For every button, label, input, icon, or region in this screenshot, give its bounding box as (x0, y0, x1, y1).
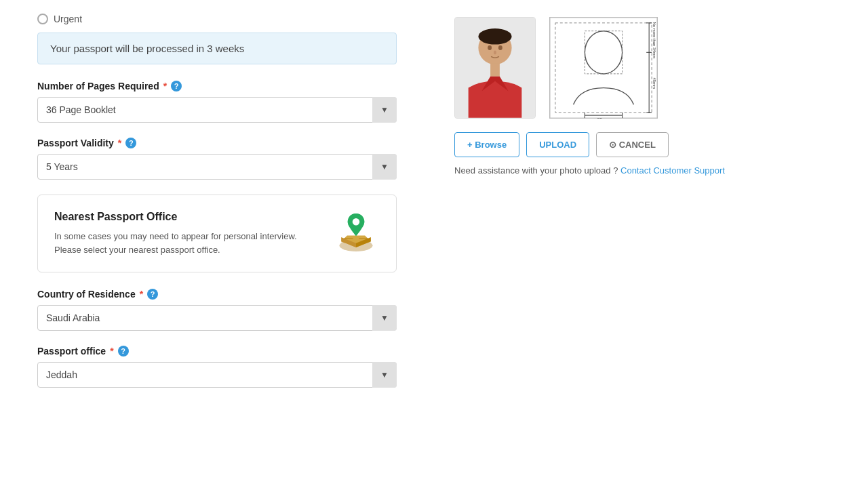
validity-label: Passport Validity* ? (37, 138, 397, 148)
passport-office-help-icon[interactable]: ? (118, 346, 129, 357)
svg-rect-15 (550, 18, 657, 118)
validity-required-star: * (118, 138, 121, 148)
pages-select[interactable]: 20 Page Booklet 36 Page Booklet 48 Page … (37, 97, 397, 123)
photo-area: No more than 34mm 45mm 35mm (454, 14, 848, 119)
upload-button[interactable]: UPLOAD (526, 132, 589, 157)
processing-info-box: Your passport will be processed in 3 wee… (37, 33, 397, 64)
passport-office-text-area: Nearest Passport Office In some cases yo… (54, 211, 319, 256)
assistance-text-label: Need assistance with your photo upload ? (454, 165, 618, 176)
validity-field-group: Passport Validity* ? 5 Years 10 Years ▼ (37, 138, 397, 180)
urgent-radio-row[interactable]: Urgent (37, 14, 397, 24)
passport-office-title: Nearest Passport Office (54, 211, 319, 223)
pages-help-icon[interactable]: ? (171, 81, 182, 92)
processing-message: Your passport will be processed in 3 wee… (50, 43, 244, 54)
svg-point-11 (488, 45, 492, 50)
svg-point-5 (353, 218, 360, 226)
passport-office-select[interactable]: Jeddah Riyadh Mecca (37, 362, 397, 388)
upload-buttons-row: + Browse UPLOAD ⊙ CANCEL (454, 132, 848, 157)
country-select-wrapper: Saudi Arabia United States United Kingdo… (37, 305, 397, 331)
passport-office-field-group: Passport office* ? Jeddah Riyadh Mecca ▼ (37, 346, 397, 388)
svg-point-12 (498, 45, 502, 50)
passport-office-description: In some cases you may need to appear for… (54, 230, 319, 256)
person-photo-svg (455, 18, 535, 118)
svg-rect-14 (490, 63, 500, 77)
country-help-icon[interactable]: ? (147, 289, 158, 300)
nearest-passport-office-card: Nearest Passport Office In some cases yo… (37, 195, 397, 272)
urgent-label: Urgent (54, 14, 82, 24)
cancel-button[interactable]: ⊙ CANCEL (596, 132, 669, 157)
country-label: Country of Residence* ? (37, 289, 397, 300)
passport-office-label: Passport office* ? (37, 346, 397, 357)
photo-guide-diagram: No more than 34mm 45mm 35mm (549, 17, 658, 119)
assistance-row: Need assistance with your photo upload ?… (454, 165, 848, 176)
map-pin-icon (332, 209, 380, 256)
pages-required-star: * (163, 81, 167, 92)
urgent-radio[interactable] (37, 14, 48, 24)
svg-text:35mm: 35mm (597, 117, 610, 119)
country-required-star: * (140, 289, 143, 300)
passport-office-required-star: * (110, 346, 113, 357)
validity-select-wrapper: 5 Years 10 Years ▼ (37, 154, 397, 180)
map-icon-container (332, 209, 380, 258)
pages-label: Number of Pages Required* ? (37, 81, 397, 92)
photo-guide-svg: No more than 34mm 45mm 35mm (550, 17, 657, 119)
svg-text:No more than 34mm: No more than 34mm (652, 22, 656, 59)
country-select[interactable]: Saudi Arabia United States United Kingdo… (37, 305, 397, 331)
svg-point-13 (494, 50, 496, 54)
contact-support-link[interactable]: Contact Customer Support (620, 165, 725, 176)
validity-select[interactable]: 5 Years 10 Years (37, 154, 397, 180)
svg-text:45mm: 45mm (652, 78, 656, 89)
country-field-group: Country of Residence* ? Saudi Arabia Uni… (37, 289, 397, 331)
person-photo (454, 17, 536, 119)
pages-select-wrapper: 20 Page Booklet 36 Page Booklet 48 Page … (37, 97, 397, 123)
svg-point-10 (478, 28, 511, 45)
validity-help-icon[interactable]: ? (125, 138, 136, 148)
pages-field-group: Number of Pages Required* ? 20 Page Book… (37, 81, 397, 123)
browse-button[interactable]: + Browse (454, 132, 519, 157)
passport-office-select-wrapper: Jeddah Riyadh Mecca ▼ (37, 362, 397, 388)
